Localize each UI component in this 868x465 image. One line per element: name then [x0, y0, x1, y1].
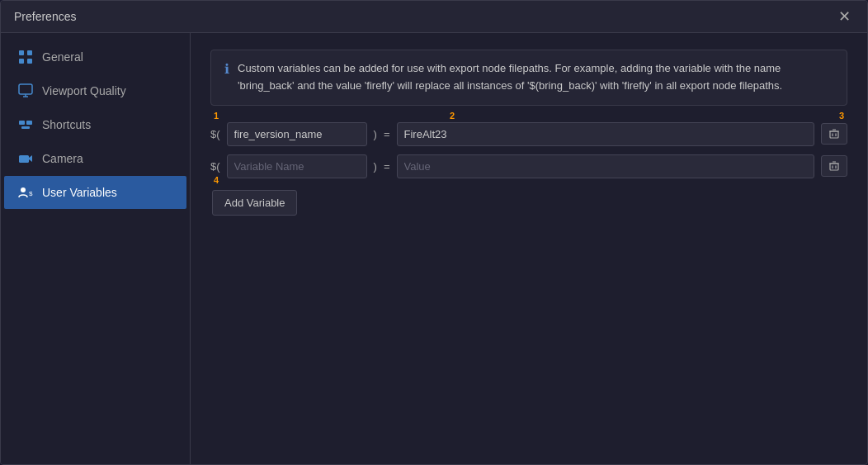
- svg-rect-19: [830, 164, 838, 170]
- svg-marker-11: [29, 155, 32, 162]
- annotation-1: 1: [214, 111, 219, 121]
- svg-rect-10: [19, 155, 29, 163]
- svg-rect-4: [19, 84, 32, 94]
- add-variable-wrapper: 4 Add Variable: [210, 187, 847, 216]
- sidebar-label-user-variables: User Variables: [42, 186, 117, 199]
- info-text: Custom variables can be added for use wi…: [238, 60, 833, 95]
- svg-text:$: $: [29, 190, 33, 197]
- annotation-3: 3: [839, 111, 844, 121]
- sidebar-label-viewport-quality: Viewport Quality: [42, 84, 126, 97]
- sidebar-item-general[interactable]: General: [4, 40, 186, 74]
- svg-rect-7: [19, 121, 25, 125]
- trash-icon-1: [828, 128, 840, 140]
- sidebar-item-user-variables[interactable]: $ User Variables: [4, 176, 186, 209]
- close-button[interactable]: ✕: [835, 7, 854, 26]
- svg-rect-1: [27, 50, 32, 55]
- var-value-input-2[interactable]: [397, 154, 815, 178]
- info-box: ℹ Custom variables can be added for use …: [210, 50, 847, 106]
- delete-variable-button-2[interactable]: [821, 155, 847, 177]
- dialog-body: General Viewport Quality: [1, 33, 867, 464]
- camera-icon: [17, 150, 34, 167]
- title-bar: Preferences ✕: [1, 1, 867, 33]
- shortcuts-icon: [17, 116, 34, 133]
- svg-rect-0: [19, 50, 24, 55]
- main-content: ℹ Custom variables can be added for use …: [191, 33, 867, 464]
- variable-row-inputs-1: 1 $( ) = 2 3: [210, 122, 847, 146]
- trash-icon-2: [828, 160, 840, 172]
- svg-rect-2: [19, 59, 24, 64]
- var-suffix-2: ): [374, 160, 377, 173]
- svg-rect-3: [27, 59, 32, 64]
- var-name-input-2[interactable]: [227, 154, 367, 178]
- add-variable-button[interactable]: Add Variable: [212, 190, 297, 216]
- variable-row-inputs-2: $( ) =: [210, 154, 847, 178]
- var-prefix-1: $(: [210, 128, 220, 140]
- annotation-4: 4: [214, 175, 219, 185]
- svg-rect-14: [830, 131, 838, 138]
- info-icon: ℹ: [224, 61, 229, 95]
- sidebar-label-camera: Camera: [42, 152, 83, 165]
- svg-point-12: [21, 187, 26, 192]
- svg-rect-9: [21, 126, 30, 129]
- var-value-input-1[interactable]: [397, 122, 815, 146]
- svg-rect-8: [26, 121, 32, 125]
- sidebar-item-shortcuts[interactable]: Shortcuts: [4, 108, 186, 141]
- variables-section: 1 $( ) = 2 3: [210, 122, 847, 216]
- var-prefix-2: $(: [210, 160, 220, 173]
- sidebar-label-shortcuts: Shortcuts: [42, 118, 91, 131]
- var-suffix-1: ): [374, 128, 377, 140]
- sidebar: General Viewport Quality: [1, 33, 191, 464]
- sidebar-label-general: General: [42, 50, 83, 64]
- variable-row-1: 1 $( ) = 2 3: [210, 122, 847, 146]
- var-name-input-1[interactable]: [227, 122, 367, 146]
- general-icon: [17, 49, 34, 65]
- variable-row-2: $( ) =: [210, 154, 847, 178]
- annotation-2: 2: [450, 111, 455, 121]
- dialog-title: Preferences: [14, 10, 76, 23]
- equals-2: =: [384, 160, 390, 173]
- preferences-dialog: Preferences ✕ General: [0, 0, 868, 465]
- delete-variable-button-1[interactable]: [821, 123, 847, 145]
- user-variables-icon: $: [17, 184, 34, 201]
- viewport-quality-icon: [17, 83, 34, 99]
- equals-1: =: [384, 128, 390, 140]
- sidebar-item-camera[interactable]: Camera: [4, 142, 186, 175]
- sidebar-item-viewport-quality[interactable]: Viewport Quality: [4, 74, 186, 107]
